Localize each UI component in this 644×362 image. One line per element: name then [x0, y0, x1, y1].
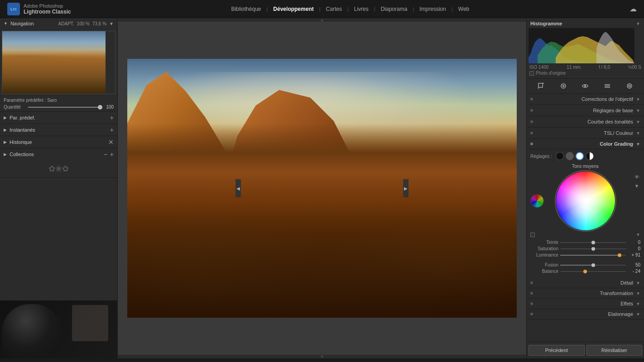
luminance-slider[interactable]	[560, 255, 626, 256]
effets-section[interactable]: Effets ▼	[527, 299, 644, 309]
camera-preview	[0, 300, 117, 358]
histogram-dropdown[interactable]: ▼	[636, 21, 640, 26]
color-grading-content: Réglages : Tons moyens	[527, 149, 644, 278]
preset-controls: Paramètre prédéfini : Saro Quantité 100	[0, 96, 117, 112]
historique-title: Historique	[10, 139, 32, 145]
collections-header[interactable]: ▶ Collections − +	[0, 148, 117, 160]
tool-healing[interactable]	[558, 81, 569, 91]
iso-label: ISO 1400	[529, 65, 548, 70]
bottom-filmstrip-strip	[0, 358, 644, 362]
teinte-checkbox[interactable]	[530, 233, 535, 237]
wheel-crosshair[interactable]	[583, 199, 588, 203]
nav-top-controls: ADAPT. 100 % 73,6 % ▼	[58, 21, 114, 26]
fusion-label: Fusion	[530, 262, 558, 267]
par-predef-title: Par. prédef.	[10, 115, 35, 120]
reglages-row: Réglages :	[530, 152, 640, 160]
collapse-icon[interactable]: ▼	[636, 232, 640, 237]
reglage-shadow[interactable]	[556, 152, 564, 160]
instantanes-add[interactable]: +	[110, 127, 114, 133]
color-grading-header[interactable]: Color Grading ▼	[527, 139, 644, 149]
nav-diaporama[interactable]: Diaporama	[377, 4, 411, 14]
company-name: Adobe Photoshop	[24, 3, 71, 9]
etalonnage-section[interactable]: Etalonnage ▼	[527, 309, 644, 319]
main-photo[interactable]	[127, 59, 517, 318]
cloud-icon[interactable]: ☁	[630, 5, 637, 13]
reglage-mid[interactable]	[566, 152, 574, 160]
top-navigation: Lrc Adobe Photoshop Lightroom Classic Bi…	[0, 0, 644, 18]
par-predef-add[interactable]: +	[110, 114, 114, 121]
photo-orig-label: Photo d'origine	[536, 71, 566, 76]
courbe-tonalites-header[interactable]: Courbe des tonalités ▼	[527, 116, 644, 127]
reglage-half[interactable]	[586, 152, 594, 160]
luminance-thumb	[618, 253, 621, 257]
collections-minus[interactable]: −	[104, 151, 107, 157]
quantity-label: Quantité	[4, 105, 26, 110]
color-grading-dot	[530, 143, 533, 145]
collapse-left-icon: ◀	[236, 186, 240, 191]
reglages-arrow: ▼	[636, 108, 640, 113]
nav-developpement[interactable]: Développement	[269, 4, 317, 14]
luminance-fill	[560, 255, 620, 256]
tool-crop[interactable]	[536, 81, 547, 91]
par-predef-header[interactable]: ▶ Par. prédef. +	[0, 112, 117, 124]
navigation-title: Navigation	[10, 21, 34, 26]
collapse-right-icon: ▶	[404, 186, 408, 191]
corrections-objectif-header[interactable]: Corrections de l'objectif ▼	[527, 94, 644, 105]
tons-moyens-label: Tons moyens	[530, 164, 640, 169]
historique-arrow: ▶	[4, 140, 7, 144]
tsl-couleur-header[interactable]: TSL/ Couleur ▼	[527, 128, 644, 138]
main-area: ▼ Navigation ADAPT. 100 % 73,6 % ▼ Param…	[0, 18, 644, 358]
collections-add[interactable]: +	[110, 151, 114, 157]
top-grip: ▲	[118, 18, 526, 22]
saturation-value: 0	[628, 246, 640, 251]
tool-red-eye[interactable]	[580, 81, 591, 91]
detail-section[interactable]: Détail ▼	[527, 278, 644, 288]
center-top-toolbar: ▲	[118, 18, 526, 22]
tool-graduated[interactable]	[602, 81, 613, 91]
saturation-slider[interactable]	[560, 248, 626, 249]
historique-clear[interactable]: ✕	[108, 139, 114, 145]
nav-web[interactable]: Web	[455, 4, 473, 14]
product-name: Lightroom Classic	[24, 9, 71, 15]
collapse-right-button[interactable]: ▶	[403, 179, 409, 197]
nav-cartes[interactable]: Cartes	[322, 4, 346, 14]
eye-icon[interactable]: 👁	[633, 173, 640, 181]
transformation-arrow: ▼	[636, 291, 640, 296]
balance-slider[interactable]	[560, 271, 626, 272]
color-grading-section: Color Grading ▼ Réglages : Tons moyens	[527, 139, 644, 278]
transformation-dot	[530, 292, 533, 295]
transformation-section[interactable]: Transformation ▼	[527, 288, 644, 299]
center-bottom-toolbar: ▼	[118, 355, 526, 358]
collapse-left-button[interactable]: ◀	[235, 179, 241, 197]
reinitialiser-button[interactable]: Réinitialiser	[586, 345, 643, 356]
preset-label: Paramètre prédéfini : Saro	[4, 98, 57, 103]
par-predef-section: ▶ Par. prédef. +	[0, 112, 117, 124]
teinte-thumb	[591, 241, 595, 244]
tsl-couleur-title: TSL/ Couleur	[537, 130, 633, 136]
nav-impression[interactable]: Impression	[416, 4, 450, 14]
luminance-label: Luminance	[530, 252, 558, 257]
nav-livres[interactable]: Livres	[351, 4, 372, 14]
navigation-section-header[interactable]: ▼ Navigation ADAPT. 100 % 73,6 % ▼	[0, 18, 117, 29]
shadow-wheel-preview[interactable]	[530, 194, 544, 208]
teinte-slider[interactable]	[560, 242, 626, 243]
historique-header[interactable]: ▶ Historique ✕	[0, 136, 117, 148]
photo-orig-checkbox[interactable]	[529, 71, 534, 76]
reglage-highlight[interactable]	[576, 152, 584, 160]
transformation-title: Transformation	[537, 291, 633, 296]
zoom-100-label: 100 %	[77, 21, 90, 26]
precedent-button[interactable]: Précédent	[529, 345, 585, 356]
fusion-slider[interactable]	[560, 265, 626, 266]
effets-title: Effets	[537, 301, 633, 306]
nav-thumbnail-image[interactable]	[2, 31, 106, 94]
balance-value: - 24	[628, 269, 640, 274]
reglages-base-header[interactable]: Réglages de base ▼	[527, 105, 644, 116]
right-panel-footer: Précédent Réinitialiser	[527, 342, 644, 358]
nav-dropdown[interactable]: ▼	[109, 21, 114, 26]
quantity-slider[interactable]	[28, 107, 101, 108]
nav-bibliotheque[interactable]: Bibliothèque	[227, 4, 264, 14]
camera-preview-bg	[0, 300, 117, 358]
dropdown-icon[interactable]: ▼	[633, 182, 640, 190]
instantanes-header[interactable]: ▶ Instantanés +	[0, 124, 117, 136]
tool-adjustment[interactable]	[624, 81, 635, 91]
